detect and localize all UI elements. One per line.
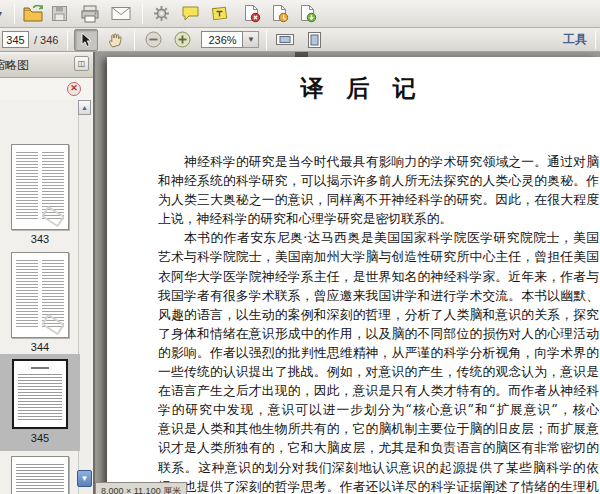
document-text-line: 艺术与科学院院士，美国南加州大学脑与创造性研究所中心主任，曾担任美国 (158, 249, 599, 268)
thumbnail-item[interactable]: 343 (0, 140, 80, 245)
thumbnail-page-preview[interactable] (11, 252, 69, 338)
panel-subbar: ✕ (0, 79, 93, 100)
settings-gear-icon[interactable] (149, 3, 173, 25)
toolbar-divider (67, 30, 68, 50)
document-text-line: 据，也提供了深刻的哲学思考。作者还以详尽的科学证据阐述了情绪的生理机 (158, 479, 599, 494)
save-icon[interactable] (47, 3, 71, 25)
document-body: 神经科学的研究是当今时代最具有影响力的学术研究领域之一。通过对脑和神经系统的科学… (158, 154, 599, 494)
toolbar-divider (134, 30, 135, 50)
comment-bubble-icon[interactable] (178, 3, 202, 25)
thumbnail-item[interactable]: 346 (0, 452, 80, 494)
doc-badge-red-icon[interactable] (240, 3, 264, 25)
hand-tool-icon[interactable] (103, 29, 127, 51)
tools-button[interactable]: 工具 (555, 31, 595, 48)
thumbnail-page-number: 345 (0, 432, 80, 444)
document-text-line: 和神经系统的科学研究，可以揭示许多前人所无法探究的人类心灵的奥秘。作 (158, 173, 599, 192)
document-text-line: 联系。这种意识的划分对我们深刻地认识意识的起源提供了某些脑科学的依 (158, 460, 599, 479)
main-toolbar: ▾ (0, 0, 600, 28)
document-text-line: 风趣的语言，以生动的案例和深刻的哲理，分析了人类脑和意识的关系，探究 (158, 307, 599, 326)
thumbnail-text-lines (16, 462, 64, 494)
document-text-line: 在语言产生之后才出现的，因此，意识是只有人类才特有的。而作者从神经科 (158, 383, 599, 402)
document-text-line: 学的研究中发现，意识可以进一步划分为“核心意识”和“扩展意识”，核心 (158, 402, 599, 421)
document-text-line: 我国学者有很多学术联系，曾应邀来我国讲学和进行学术交流。本书以幽默、 (158, 288, 599, 307)
page-size-status: 8.000 × 11.100 厘米 (95, 482, 187, 494)
toolbar-divider (14, 4, 15, 24)
thumbnail-item[interactable]: 344 (0, 248, 80, 353)
zoom-in-icon[interactable] (170, 29, 194, 51)
page-title: 译 后 记 (138, 73, 578, 104)
zoom-level-value[interactable]: 236% (201, 31, 243, 48)
document-text-line: 为人类三大奥秘之一的意识，同样离不开神经科学的研究。因此，在很大程度 (158, 192, 599, 211)
toolbar-divider (266, 30, 267, 50)
print-icon[interactable] (78, 3, 102, 25)
page-number-input[interactable] (2, 31, 29, 48)
thumbnail-list: 343 344 345 346 (0, 100, 80, 494)
document-text-line: 神经科学的研究是当今时代最具有影响力的学术研究领域之一。通过对脑 (158, 154, 599, 173)
zoom-dropdown-arrow[interactable]: ▼ (243, 31, 259, 48)
select-tool-icon[interactable] (74, 29, 98, 51)
navigation-toolbar: / 346 236% ▼ 工具 (0, 28, 600, 52)
document-page[interactable]: 译 后 记 神经科学的研究是当今时代最具有影响力的学术研究领域之一。通过对脑和神… (107, 57, 600, 494)
doc-badge-orange-icon[interactable] (268, 3, 292, 25)
document-text-line: 上说，神经科学的研究和心理学研究是密切联系的。 (158, 211, 599, 230)
document-text-line: 一些传统的认识提出了挑战。例如，对意识的产生，传统的观念认为，意识是 (158, 364, 599, 383)
panel-options-icon[interactable]: ◫ (74, 56, 89, 71)
thumbnails-panel: 缩略图 ◫ ✕ ▲ ▼ 343 344 (0, 52, 95, 494)
document-viewport[interactable]: 译 后 记 神经科学的研究是当今时代最具有影响力的学术研究领域之一。通过对脑和神… (95, 52, 600, 494)
close-panel-icon[interactable]: ✕ (67, 82, 81, 96)
thumbnail-page-preview[interactable] (11, 144, 69, 230)
thumbnail-page-preview[interactable] (11, 456, 69, 494)
toolbar-divider (595, 31, 596, 49)
page-total-label: / 346 (34, 34, 58, 46)
toolbar-divider (142, 4, 143, 24)
email-icon[interactable] (109, 3, 133, 25)
thumbnail-page-number: 343 (0, 233, 80, 245)
thumbnail-page-number: 344 (0, 341, 80, 353)
document-text-line: 了身体和情绪在意识形成中的作用，以及脑的不同部位的损伤对人的心理活动 (158, 326, 599, 345)
fit-width-icon[interactable] (273, 29, 297, 51)
fit-page-icon[interactable] (302, 29, 326, 51)
chevron-down-icon[interactable]: ▾ (0, 8, 9, 19)
document-text-line: 识才是人类所独有的，它和大脑皮层，尤其是和负责语言的脑区有非常密切的 (158, 440, 599, 459)
thumbnail-text-lines (18, 366, 62, 422)
panel-title: 缩略图 (0, 57, 29, 74)
highlight-note-icon[interactable] (207, 3, 231, 25)
doc-badge-green-icon[interactable] (296, 3, 320, 25)
open-folder-icon[interactable] (21, 3, 45, 25)
thumbnail-item[interactable]: 345 (0, 354, 80, 451)
document-text-line: 的影响。作者以强烈的批判性思维精神，从严谨的科学分析视角，向学术界的 (158, 345, 599, 364)
document-text-line: 衣阿华大学医学院神经学系主任，是世界知名的神经科学家。近年来，作者与 (158, 269, 599, 288)
zoom-out-icon[interactable] (141, 29, 165, 51)
thumbnail-page-preview[interactable] (12, 359, 68, 429)
document-text-line: 本书的作者安东尼奥·达马西奥是美国国家科学院医学研究院院士，美国 (158, 230, 599, 249)
pdf-reader-window: ▾ (0, 0, 600, 494)
document-text-line: 意识是人类和其他生物所共有的，它的脑机制主要位于脑的旧皮层；而扩展意 (158, 421, 599, 440)
